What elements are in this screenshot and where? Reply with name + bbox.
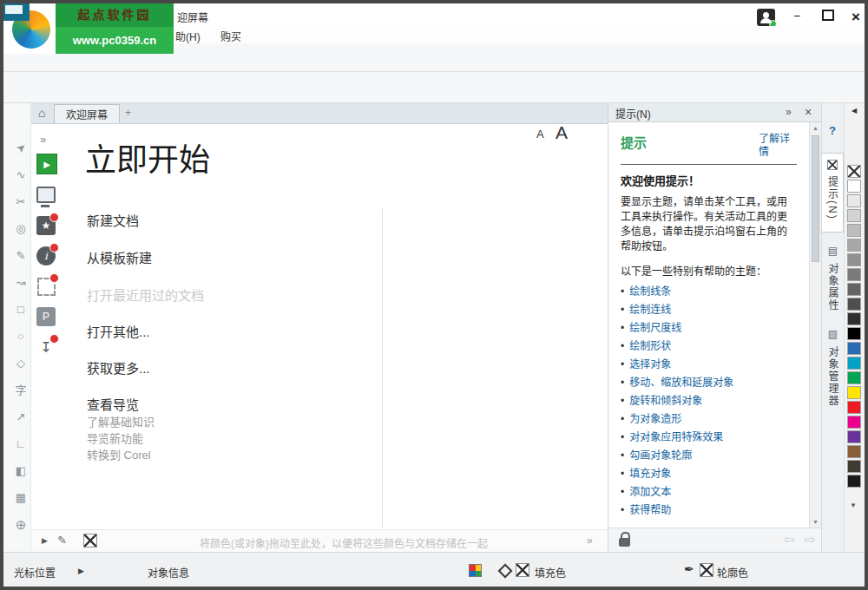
artistic-media-tool[interactable]: ↝ <box>10 272 31 292</box>
color-swatch[interactable] <box>847 312 861 325</box>
topic-link[interactable]: 为对象造形 <box>629 410 681 429</box>
topic-link[interactable]: 获得帮助 <box>629 502 671 520</box>
font-size-small-button[interactable]: A <box>536 128 544 141</box>
color-swatch[interactable] <box>847 460 861 473</box>
fill-color-swatch[interactable] <box>516 563 529 577</box>
color-swatch[interactable] <box>847 180 861 193</box>
shape-tool[interactable]: ∿ <box>10 164 31 185</box>
link-switch-to-corel[interactable]: 转换到 Corel <box>87 446 151 462</box>
color-swatch[interactable] <box>847 416 861 429</box>
color-swatch[interactable] <box>847 475 861 488</box>
cursor-flyout-button[interactable]: ▶ <box>78 567 84 575</box>
color-swatch[interactable] <box>847 430 861 443</box>
freehand-tool[interactable]: ✎ <box>10 245 31 266</box>
close-button[interactable]: × <box>845 10 866 24</box>
color-swatch[interactable] <box>847 357 861 370</box>
docker-scrollbar[interactable]: ▲ ▼ <box>809 122 821 528</box>
topic-link[interactable]: 勾画对象轮廓 <box>629 447 692 465</box>
document-palette-icon[interactable] <box>469 564 482 577</box>
docker-collapse-button[interactable]: » <box>786 106 792 118</box>
topic-link[interactable]: 添加文本 <box>629 483 671 502</box>
link-get-more[interactable]: 获取更多... <box>87 358 150 377</box>
color-swatch[interactable] <box>847 342 861 355</box>
nav-learning[interactable]: i <box>36 246 56 266</box>
learn-more-link[interactable]: 了解详情 <box>759 133 797 159</box>
interactive-fill-tool[interactable]: ◧ <box>10 460 31 481</box>
color-swatch[interactable] <box>847 386 861 399</box>
color-swatch[interactable] <box>847 239 861 252</box>
forward-button[interactable]: ⇨ <box>805 532 816 547</box>
color-swatch[interactable] <box>847 268 861 281</box>
nav-get-started[interactable]: ▶ <box>36 154 57 174</box>
maximize-button[interactable] <box>818 10 838 23</box>
topic-link[interactable]: 填充对象 <box>629 465 671 483</box>
color-swatch[interactable] <box>847 327 861 340</box>
topic-link[interactable]: 绘制连线 <box>629 301 671 319</box>
nav-gallery[interactable] <box>36 277 56 296</box>
topic-link[interactable]: 对对象应用特殊效果 <box>629 429 723 447</box>
color-swatch[interactable] <box>847 445 861 458</box>
help-icon[interactable]: ? <box>829 124 836 137</box>
tab-welcome-screen[interactable]: 欢迎屏幕 <box>54 104 120 123</box>
topic-link[interactable]: 绘制线条 <box>629 283 671 301</box>
scroll-down-button[interactable]: ▼ <box>812 519 819 525</box>
ellipse-tool[interactable]: ○ <box>10 325 31 346</box>
color-swatch[interactable] <box>847 224 861 237</box>
text-tool[interactable]: 字 <box>10 379 31 400</box>
hints-welcome-title: 欢迎使用提示！ <box>621 172 797 188</box>
link-tour-new-features[interactable]: 导览新功能 <box>87 429 143 446</box>
polygon-tool[interactable]: ◇ <box>10 352 31 373</box>
palette-options-button[interactable]: ◀ <box>852 107 857 115</box>
zoom-tool[interactable]: ◎ <box>10 218 31 239</box>
color-swatch[interactable] <box>847 194 861 207</box>
connector-tool[interactable]: ∟ <box>10 433 31 454</box>
menu-item-buy[interactable]: 购买 <box>220 29 241 43</box>
color-swatch[interactable] <box>847 401 861 414</box>
nav-workspace[interactable] <box>36 185 56 204</box>
topic-link[interactable]: 绘制尺度线 <box>629 319 681 338</box>
link-learn-basics[interactable]: 了解基础知识 <box>87 413 155 429</box>
welcome-nav-expand-button[interactable]: » <box>40 133 46 146</box>
nav-updates[interactable]: ↧ <box>36 338 56 357</box>
nav-membership[interactable]: P <box>36 307 56 326</box>
link-new-from-template[interactable]: 从模板新建 <box>87 248 152 266</box>
mesh-fill-tool[interactable]: ▦ <box>10 487 31 508</box>
color-swatch[interactable] <box>847 283 861 296</box>
palette-overflow-button[interactable]: » <box>587 534 593 547</box>
minimize-button[interactable]: − <box>786 10 807 22</box>
color-swatch[interactable] <box>847 371 861 384</box>
color-swatch[interactable] <box>847 165 861 178</box>
crop-tool[interactable]: ✂ <box>10 191 31 212</box>
color-swatch[interactable] <box>847 298 861 311</box>
color-swatch[interactable] <box>847 209 861 222</box>
back-button[interactable]: ⇦ <box>784 532 795 547</box>
link-open-other[interactable]: 打开其他... <box>87 322 150 340</box>
menu-item-help[interactable]: 助(H) <box>175 29 201 43</box>
topic-link[interactable]: 绘制形状 <box>629 338 671 356</box>
nav-whats-new[interactable]: ★ <box>36 216 56 235</box>
palette-flyout-button[interactable]: ▶ <box>42 536 48 545</box>
topic-link[interactable]: 选择对象 <box>629 356 671 374</box>
outline-color-swatch[interactable] <box>700 563 713 577</box>
eyedropper-icon[interactable]: ✎ <box>57 534 67 547</box>
lock-icon[interactable] <box>619 538 630 547</box>
palette-scroll-down-button[interactable]: ▼ <box>850 502 857 509</box>
topic-link[interactable]: 旋转和倾斜对象 <box>629 392 702 410</box>
new-tab-button[interactable]: + <box>125 107 131 119</box>
side-tab-object-properties[interactable]: ▤ 对象属性 <box>822 239 844 315</box>
scrollbar-thumb[interactable] <box>812 135 819 262</box>
side-tab-object-manager[interactable]: ▧ 对象管理器 <box>822 322 844 416</box>
home-icon[interactable]: ⌂ <box>38 106 45 120</box>
topic-link[interactable]: 移动、缩放和延展对象 <box>629 374 733 392</box>
toolbox-customize-button[interactable]: ⊕ <box>10 514 31 534</box>
color-swatch[interactable] <box>847 253 861 266</box>
scroll-up-button[interactable]: ▲ <box>812 125 819 131</box>
parallel-dimension-tool[interactable]: ↗ <box>10 406 31 427</box>
docker-close-button[interactable]: × <box>805 105 812 119</box>
font-size-large-button[interactable]: A <box>556 122 568 143</box>
side-tab-hints[interactable]: 提示(N) <box>822 153 844 233</box>
link-new-document[interactable]: 新建文档 <box>87 211 139 229</box>
rectangle-tool[interactable]: □ <box>10 298 31 319</box>
no-color-swatch[interactable] <box>83 534 97 547</box>
account-icon[interactable] <box>757 9 775 26</box>
